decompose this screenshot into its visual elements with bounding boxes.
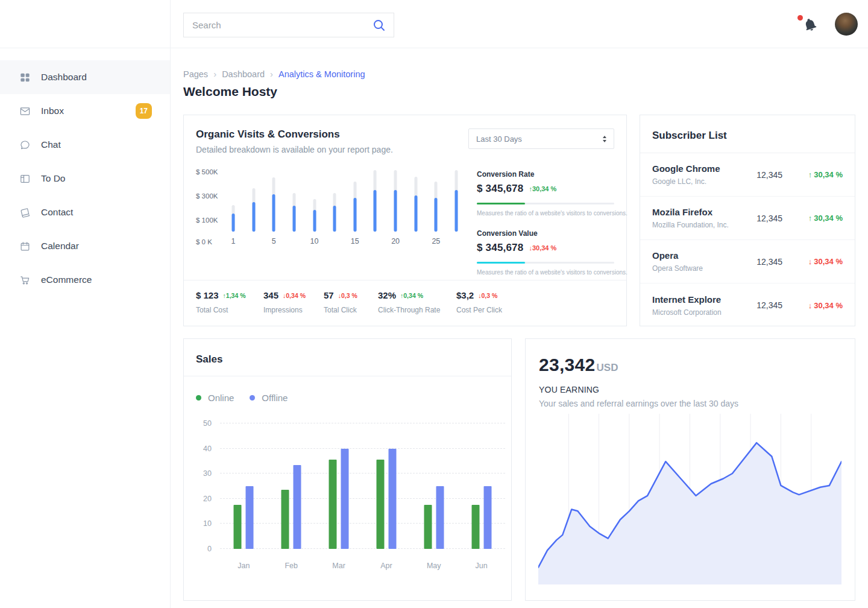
sales-chart: 01020304050 JanFebMarAprMayJun [184,423,511,574]
subscriber-count: 12,345 [756,300,782,310]
conversion-value-block: Conversion Value $ 345,678 ↓30,34 % Meas… [477,229,614,276]
sales-xlabels: JanFebMarAprMayJun [220,556,505,574]
metric-caption: Measures the ratio of a website's visito… [477,210,614,217]
kpi-cpc: $3,2↓0,3 % Cost Per Click [456,290,614,326]
legend-dot-online [196,395,201,401]
kpi-total-click: 57↓0,3 % Total Click [324,290,378,326]
card-subtitle: Detailed breakdown is available on your … [196,145,393,154]
earnings-currency: USD [597,362,618,374]
layout-icon [19,173,31,185]
legend-label: Offline [262,393,288,403]
organic-chart: 1510152025 [226,169,467,276]
subscriber-row-firefox[interactable]: Mozila Firefox Mozilla Foundation, Inc. … [640,197,855,240]
subscriber-row-ie[interactable]: Internet Explore Microsoft Corporation 1… [640,283,855,327]
breadcrumb-current[interactable]: Analytics & Monitoring [278,69,365,79]
sidebar-item-ecommerce[interactable]: eCommerce [0,263,170,297]
notification-bell-icon[interactable] [803,17,817,33]
period-select-value: Last 30 Days [476,135,522,144]
subscriber-row-chrome[interactable]: Google Chrome Google LLC, Inc. 12,345 ↑3… [640,153,855,197]
sales-legend: Online Offline [196,393,511,403]
sidebar-item-chat[interactable]: Chat [0,128,170,162]
earnings-chart [538,414,841,584]
breadcrumb-pages[interactable]: Pages [183,69,208,79]
sales-plot [220,423,505,549]
organic-ylabels: $ 500K$ 300K$ 100K$ 0 K [196,169,226,249]
trend-arrow-icon: ↓ [808,257,813,266]
sidebar-item-inbox[interactable]: Inbox 17 [0,94,170,128]
chevron-right-icon: › [270,69,273,79]
metric-delta: ↓30,34 % [529,244,556,252]
search-input[interactable] [184,20,372,30]
earnings-heading: YOU EARNING [539,385,841,394]
sidebar-item-label: Contact [41,207,73,218]
metric-caption: Measures the ratio of a website's visito… [477,269,614,276]
subscriber-count: 12,345 [756,257,782,267]
sidebar-item-label: eCommerce [41,274,92,285]
metric-progress-fill [477,262,525,264]
subscriber-row-opera[interactable]: Opera Opera Software 12,345 ↓30,34 % [640,240,855,283]
kpi-ctr: 32%↑0,34 % Click-Through Rate [378,290,456,326]
sidebar-item-todo[interactable]: To Do [0,162,170,195]
sidebar-item-calendar[interactable]: Calendar [0,229,170,263]
kpi-impressions: 345↓0,34 % Impressions [263,290,324,326]
main-content: Pages › Dashboard › Analytics & Monitori… [171,49,868,608]
user-avatar[interactable] [835,13,858,36]
subscriber-trend: ↓30,34 % [794,301,843,310]
sidebar-item-label: Calendar [41,241,79,252]
organic-visits-card: Organic Visits & Conversions Detailed br… [183,115,627,326]
trend-arrow-icon: ↓ [808,301,813,310]
metric-label: Conversion Rate [477,170,614,179]
select-updown-icon [603,136,606,142]
conversion-panel: Conversion Rate $ 345,678 ↑30,34 % Measu… [477,169,614,276]
subscriber-count: 12,345 [756,170,782,180]
period-select[interactable]: Last 30 Days [468,128,614,149]
sidebar-nav: Dashboard Inbox 17 Chat To Do Cont [0,48,170,297]
kpi-strip: $ 123↑1,34 % Total Cost 345↓0,34 % Impre… [184,280,626,326]
subscriber-list-card: Subscriber List Google Chrome Google LLC… [640,115,855,326]
legend-dot-offline [250,395,255,401]
trend-arrow-icon: ↑ [808,214,813,223]
search-box [183,13,394,37]
earnings-card: 23,342 USD YOU EARNING Your sales and re… [525,338,855,601]
breadcrumb: Pages › Dashboard › Analytics & Monitori… [183,69,855,79]
calendar-icon [19,241,31,252]
address-book-icon [19,207,31,218]
metric-delta: ↑30,34 % [529,185,556,192]
sidebar-item-label: Dashboard [41,72,87,83]
earnings-amount: 23,342 [539,355,596,375]
breadcrumb-dashboard[interactable]: Dashboard [222,69,265,79]
sidebar-item-dashboard[interactable]: Dashboard [0,60,170,94]
earnings-chart-svg [538,414,841,584]
metric-progress-fill [477,203,525,204]
subscriber-count: 12,345 [756,214,782,223]
inbox-badge: 17 [136,103,152,119]
card-title: Organic Visits & Conversions [196,128,393,141]
metric-progress-track [477,203,614,204]
envelope-icon [19,106,31,117]
logo-area [0,0,170,48]
shopping-cart-icon [19,274,31,286]
organic-xlabels: 1510152025 [233,232,456,249]
trend-arrow-icon: ↑ [808,170,813,179]
subscriber-trend: ↑30,34 % [794,214,843,223]
metric-value: $ 345,678 [477,242,523,254]
sidebar-item-contact[interactable]: Contact [0,195,170,229]
subscriber-trend: ↓30,34 % [794,257,843,266]
sidebar-item-label: Chat [41,139,61,150]
subscriber-trend: ↑30,34 % [794,170,843,179]
metric-progress-track [477,262,614,264]
card-title: Sales [184,339,511,376]
kpi-total-cost: $ 123↑1,34 % Total Cost [196,290,263,326]
sidebar-item-label: Inbox [41,106,64,116]
metric-label: Conversion Value [477,229,614,238]
sales-card: Sales Online Offline 01020304050 JanFebM… [183,338,512,601]
legend-label: Online [208,393,234,403]
chevron-right-icon: › [213,69,216,79]
metric-value: $ 345,678 [477,183,523,195]
earnings-caption: Your sales and referral earnings over th… [539,399,841,408]
organic-plot [233,169,456,232]
page-title: Welcome Hosty [183,84,855,99]
notification-dot [797,15,803,21]
search-icon[interactable] [372,18,386,33]
sales-ylabels: 01020304050 [196,423,212,549]
